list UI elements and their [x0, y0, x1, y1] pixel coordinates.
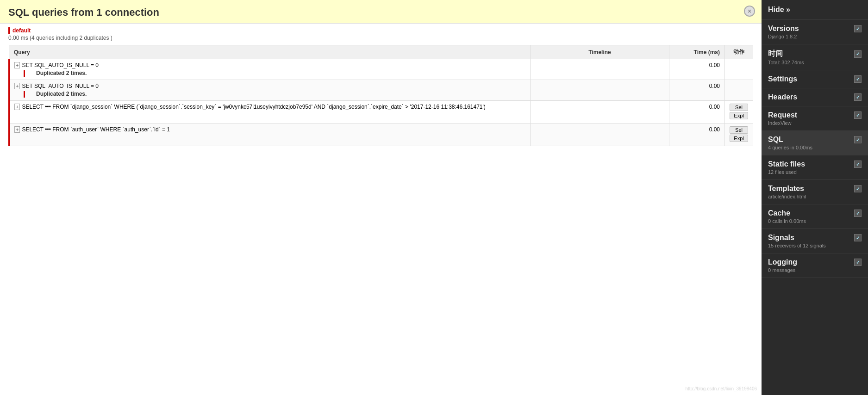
sidebar-item-label: Cache [768, 209, 790, 217]
query-cell: +SELECT ••• FROM `django_session` WHERE … [9, 100, 531, 123]
time-cell: 0.00 [669, 80, 725, 100]
duplicate-label: Duplicated 2 times. [36, 91, 87, 97]
timeline-cell [531, 59, 669, 80]
action-expl-button[interactable]: Expl [730, 112, 748, 119]
table-row: +SET SQL_AUTO_IS_NULL = 0Duplicated 2 ti… [9, 80, 753, 100]
sidebar-checkbox-icon[interactable]: ✓ [854, 234, 862, 241]
query-text: SET SQL_AUTO_IS_NULL = 0 [22, 83, 99, 89]
sidebar-checkbox-icon[interactable]: ✓ [854, 93, 862, 101]
sidebar-item-sub: Django 1.8.2 [768, 34, 862, 39]
sql-table-container: Query Timeline Time (ms) 动作 +SET SQL_AUT… [0, 45, 762, 395]
sidebar-item-label: Request [768, 111, 797, 119]
sidebar-item-headers[interactable]: Headers✓ [762, 88, 868, 106]
sql-queries-table: Query Timeline Time (ms) 动作 +SET SQL_AUT… [8, 45, 753, 146]
table-row: +SELECT ••• FROM `django_session` WHERE … [9, 100, 753, 123]
sidebar-item-sub: IndexView [768, 120, 862, 126]
sidebar-item-sub: 0 calls in 0.00ms [768, 218, 862, 224]
sidebar-item-sub: 4 queries in 0.00ms [768, 145, 862, 150]
sidebar-item-sub: 12 files used [768, 169, 862, 175]
sidebar-checkbox-icon[interactable]: ✓ [854, 136, 862, 143]
hide-button[interactable]: Hide » [762, 0, 868, 20]
query-text: SET SQL_AUTO_IS_NULL = 0 [22, 62, 99, 68]
sidebar-item-cache[interactable]: Cache✓0 calls in 0.00ms [762, 204, 868, 229]
sidebar-item-label: Headers [768, 93, 797, 101]
main-panel: SQL queries from 1 connection × default … [0, 0, 762, 395]
expand-button[interactable]: + [14, 126, 20, 133]
sidebar: Hide » Versions✓Django 1.8.2时间✓Total: 30… [762, 0, 868, 395]
sidebar-checkbox-icon[interactable]: ✓ [854, 111, 862, 119]
expand-button[interactable]: + [14, 104, 20, 110]
timeline-cell [531, 123, 669, 146]
sidebar-item-label: Versions [768, 25, 799, 33]
action-cell [725, 59, 753, 80]
panel-header: SQL queries from 1 connection × [0, 0, 762, 24]
sidebar-item-label: Logging [768, 258, 797, 266]
query-text: SELECT ••• FROM `auth_user` WHERE `auth_… [22, 126, 169, 133]
table-row: +SELECT ••• FROM `auth_user` WHERE `auth… [9, 123, 753, 146]
action-cell: SelExpl [725, 123, 753, 146]
time-cell: 0.00 [669, 59, 725, 80]
action-expl-button[interactable]: Expl [730, 135, 748, 142]
sidebar-item-templates[interactable]: Templates✓article/index.html [762, 180, 868, 204]
col-time: Time (ms) [669, 45, 725, 59]
sidebar-item-label: Templates [768, 185, 804, 193]
sidebar-checkbox-icon[interactable]: ✓ [854, 160, 862, 168]
timeline-cell [531, 80, 669, 100]
sidebar-item-static-files[interactable]: Static files✓12 files used [762, 155, 868, 180]
col-action: 动作 [725, 45, 753, 59]
watermark: http://blog.csdn.net/lixin_39198406 [685, 386, 757, 391]
table-row: +SET SQL_AUTO_IS_NULL = 0Duplicated 2 ti… [9, 59, 753, 80]
time-cell: 0.00 [669, 100, 725, 123]
query-cell: +SET SQL_AUTO_IS_NULL = 0Duplicated 2 ti… [9, 80, 531, 100]
timeline-cell [531, 100, 669, 123]
sidebar-item-signals[interactable]: Signals✓15 receivers of 12 signals [762, 229, 868, 253]
action-sel-button[interactable]: Sel [730, 126, 748, 134]
sidebar-item-settings[interactable]: Settings✓ [762, 70, 868, 88]
duplicate-label: Duplicated 2 times. [36, 70, 87, 76]
col-timeline: Timeline [531, 45, 669, 59]
sidebar-checkbox-icon[interactable]: ✓ [854, 210, 862, 217]
connection-info: default 0.00 ms (4 queries including 2 d… [0, 24, 762, 45]
sidebar-item-versions[interactable]: Versions✓Django 1.8.2 [762, 20, 868, 44]
sidebar-checkbox-icon[interactable]: ✓ [854, 75, 862, 83]
hide-label: Hide » [768, 6, 790, 13]
query-cell: +SELECT ••• FROM `auth_user` WHERE `auth… [9, 123, 531, 146]
sidebar-item-sub: article/index.html [768, 194, 862, 199]
sidebar-item-request[interactable]: Request✓IndexView [762, 106, 868, 131]
action-cell: SelExpl [725, 100, 753, 123]
sidebar-checkbox-icon[interactable]: ✓ [854, 25, 862, 32]
sidebar-items-container: Versions✓Django 1.8.2时间✓Total: 302.74msS… [762, 20, 868, 278]
sidebar-item-sub: Total: 302.74ms [768, 60, 862, 65]
sidebar-item-label: Settings [768, 75, 797, 83]
sidebar-item-label: 时间 [768, 49, 783, 59]
close-button[interactable]: × [744, 6, 755, 17]
sidebar-item-logging[interactable]: Logging✓0 messages [762, 253, 868, 278]
action-cell [725, 80, 753, 100]
connection-name: default [8, 27, 753, 34]
sidebar-item-sub: 0 messages [768, 267, 862, 273]
sidebar-item-label: SQL [768, 136, 783, 144]
col-query: Query [9, 45, 531, 59]
sidebar-item-time[interactable]: 时间✓Total: 302.74ms [762, 44, 868, 70]
expand-button[interactable]: + [14, 83, 20, 89]
connection-time: 0.00 ms (4 queries including 2 duplicate… [8, 35, 753, 41]
query-cell: +SET SQL_AUTO_IS_NULL = 0Duplicated 2 ti… [9, 59, 531, 80]
query-text: SELECT ••• FROM `django_session` WHERE (… [22, 104, 485, 110]
sidebar-item-sql[interactable]: SQL✓4 queries in 0.00ms [762, 131, 868, 155]
action-sel-button[interactable]: Sel [730, 104, 748, 111]
sidebar-checkbox-icon[interactable]: ✓ [854, 185, 862, 192]
panel-title: SQL queries from 1 connection [8, 6, 753, 19]
sidebar-item-label: Signals [768, 234, 794, 242]
sidebar-checkbox-icon[interactable]: ✓ [854, 259, 862, 266]
sidebar-checkbox-icon[interactable]: ✓ [854, 50, 862, 58]
time-cell: 0.00 [669, 123, 725, 146]
sidebar-item-label: Static files [768, 160, 805, 168]
sidebar-item-sub: 15 receivers of 12 signals [768, 243, 862, 248]
expand-button[interactable]: + [14, 62, 20, 68]
